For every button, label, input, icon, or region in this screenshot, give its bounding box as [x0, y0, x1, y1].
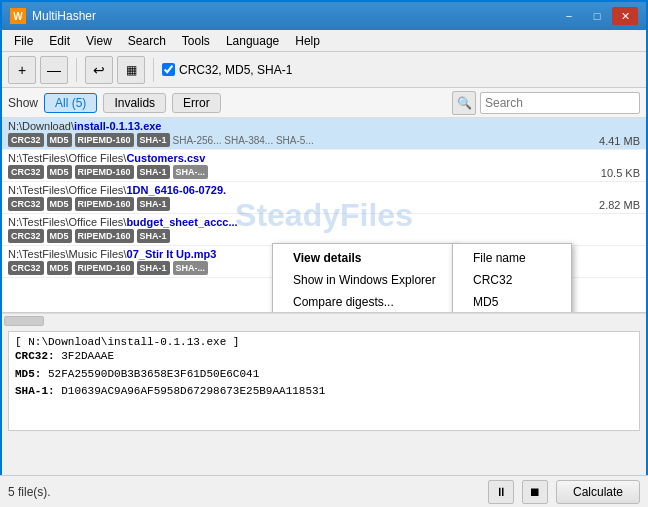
- hash-options: CRC32, MD5, SHA-1: [162, 63, 292, 77]
- file-name: install-0.1.13.exe: [74, 120, 161, 132]
- magnifier-icon: 🔍: [457, 96, 472, 110]
- stop-icon: ⏹: [529, 485, 541, 499]
- file-folder-path: N:\TestFiles\Office Files\: [8, 184, 126, 196]
- app-icon: W: [10, 8, 26, 24]
- main-content: N:\Download\install-0.1.13.exe CRC32 MD5…: [2, 118, 646, 431]
- detail-crc32-value: 3F2DAAAE: [61, 350, 114, 362]
- menu-search[interactable]: Search: [120, 32, 174, 50]
- grid-button[interactable]: ▦: [117, 56, 145, 84]
- pause-icon: ⏸: [495, 485, 507, 499]
- tags-row: CRC32 MD5 RIPEMD-160 SHA-1 SHA-256... SH…: [8, 133, 314, 147]
- tags-row: CRC32 MD5 RIPEMD-160 SHA-1 SHA-...: [8, 261, 208, 275]
- pause-button[interactable]: ⏸: [488, 480, 514, 504]
- tag-sha-extra: SHA-...: [173, 165, 209, 179]
- window-title: MultiHasher: [32, 9, 96, 23]
- tag-crc32: CRC32: [8, 133, 44, 147]
- search-input[interactable]: [480, 92, 640, 114]
- table-row[interactable]: N:\TestFiles\Office Files\budget_sheet_a…: [2, 214, 646, 246]
- calculate-button[interactable]: Calculate: [556, 480, 640, 504]
- detail-panel: [ N:\Download\install-0.1.13.exe ] CRC32…: [8, 331, 640, 431]
- tag-sha1: SHA-1: [137, 133, 170, 147]
- tags-row: CRC32 MD5 RIPEMD-160 SHA-1: [8, 229, 170, 243]
- sub-ctx-md5[interactable]: MD5: [453, 291, 571, 313]
- menu-tools[interactable]: Tools: [174, 32, 218, 50]
- hash-partial: SHA-256... SHA-384... SHA-5...: [173, 135, 314, 146]
- status-bar: 5 file(s). ⏸ ⏹ Calculate: [0, 475, 648, 507]
- tag-sha-extra: SHA-...: [173, 261, 209, 275]
- tag-ripemd160: RIPEMD-160: [75, 165, 134, 179]
- ctx-show-explorer[interactable]: Show in Windows Explorer: [273, 269, 456, 291]
- minimize-button[interactable]: −: [556, 7, 582, 25]
- filter-invalids-button[interactable]: Invalids: [103, 93, 166, 113]
- detail-crc32: CRC32: 3F2DAAAE: [15, 348, 633, 366]
- file-folder-path: N:\TestFiles\Music Files\: [8, 248, 127, 260]
- horizontal-scrollbar[interactable]: [2, 313, 646, 327]
- file-name: Customers.csv: [126, 152, 205, 164]
- detail-title: [ N:\Download\install-0.1.13.exe ]: [15, 336, 633, 348]
- tag-sha1: SHA-1: [137, 165, 170, 179]
- tag-sha1: SHA-1: [137, 229, 170, 243]
- toolbar-divider-2: [153, 58, 154, 82]
- table-row[interactable]: N:\Download\install-0.1.13.exe CRC32 MD5…: [2, 118, 646, 150]
- menu-help[interactable]: Help: [287, 32, 328, 50]
- detail-crc32-key: CRC32:: [15, 350, 61, 362]
- tags-row: CRC32 MD5 RIPEMD-160 SHA-1: [8, 197, 170, 211]
- tag-ripemd160: RIPEMD-160: [75, 197, 134, 211]
- tag-sha1: SHA-1: [137, 197, 170, 211]
- menu-bar: File Edit View Search Tools Language Hel…: [2, 30, 646, 52]
- sub-ctx-md5-label: MD5: [473, 295, 498, 309]
- ctx-show-explorer-label: Show in Windows Explorer: [293, 273, 436, 287]
- detail-md5: MD5: 52FA25590D0B3B3658E3F61D50E6C041: [15, 366, 633, 384]
- sub-ctx-filename[interactable]: File name: [453, 247, 571, 269]
- scrollbar-thumb[interactable]: [4, 316, 44, 326]
- tag-crc32: CRC32: [8, 165, 44, 179]
- stop-button[interactable]: ⏹: [522, 480, 548, 504]
- table-row[interactable]: N:\TestFiles\Office Files\1DN_6416-06-07…: [2, 182, 646, 214]
- back-button[interactable]: ↩: [85, 56, 113, 84]
- menu-edit[interactable]: Edit: [41, 32, 78, 50]
- tag-ripemd160: RIPEMD-160: [75, 229, 134, 243]
- tag-sha1: SHA-1: [137, 261, 170, 275]
- sub-ctx-crc32[interactable]: CRC32: [453, 269, 571, 291]
- menu-view[interactable]: View: [78, 32, 120, 50]
- maximize-button[interactable]: □: [584, 7, 610, 25]
- tag-md5: MD5: [47, 197, 72, 211]
- sub-ctx-crc32-label: CRC32: [473, 273, 512, 287]
- hash-label: CRC32, MD5, SHA-1: [179, 63, 292, 77]
- search-icon-button[interactable]: 🔍: [452, 91, 476, 115]
- file-name: 1DN_6416-06-0729.: [126, 184, 226, 196]
- tag-crc32: CRC32: [8, 261, 44, 275]
- toolbar-divider-1: [76, 58, 77, 82]
- filter-all-button[interactable]: All (5): [44, 93, 97, 113]
- hash-checkbox[interactable]: [162, 63, 175, 76]
- ctx-view-details[interactable]: View details: [273, 247, 456, 269]
- ctx-compare-label: Compare digests...: [293, 295, 394, 309]
- tag-md5: MD5: [47, 133, 72, 147]
- menu-file[interactable]: File: [6, 32, 41, 50]
- tag-crc32: CRC32: [8, 229, 44, 243]
- detail-md5-value: 52FA25590D0B3B3658E3F61D50E6C041: [48, 368, 259, 380]
- file-size: 2.82 MB: [599, 199, 640, 211]
- file-count: 5 file(s).: [8, 485, 480, 499]
- ctx-view-details-label: View details: [293, 251, 361, 265]
- show-label: Show: [8, 96, 38, 110]
- tag-md5: MD5: [47, 165, 72, 179]
- file-size: 4.41 MB: [599, 135, 640, 147]
- close-button[interactable]: ✕: [612, 7, 638, 25]
- file-folder-path: N:\Download\: [8, 120, 74, 132]
- tag-md5: MD5: [47, 229, 72, 243]
- table-row[interactable]: N:\TestFiles\Office Files\Customers.csv …: [2, 150, 646, 182]
- tag-md5: MD5: [47, 261, 72, 275]
- tags-row: CRC32 MD5 RIPEMD-160 SHA-1 SHA-...: [8, 165, 208, 179]
- add-file-button[interactable]: +: [8, 56, 36, 84]
- minus-icon: —: [47, 62, 61, 78]
- menu-language[interactable]: Language: [218, 32, 287, 50]
- add-folder-button[interactable]: —: [40, 56, 68, 84]
- plus-icon: +: [18, 62, 26, 78]
- ctx-compare-digests[interactable]: Compare digests...: [273, 291, 456, 313]
- file-list: N:\Download\install-0.1.13.exe CRC32 MD5…: [2, 118, 646, 313]
- window-controls: − □ ✕: [556, 7, 638, 25]
- detail-sha1-value: D10639AC9A96AF5958D67298673E25B9AA118531: [61, 385, 325, 397]
- search-area: 🔍: [452, 91, 640, 115]
- filter-error-button[interactable]: Error: [172, 93, 221, 113]
